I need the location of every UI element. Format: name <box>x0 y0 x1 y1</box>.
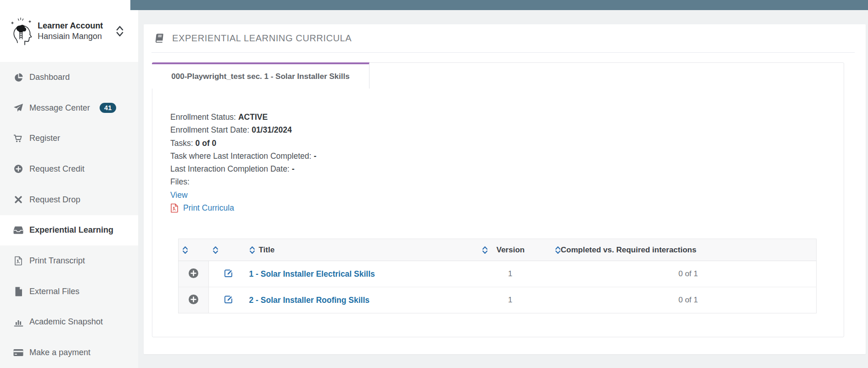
detail-value: - <box>292 164 295 173</box>
credit-card-icon <box>13 349 23 357</box>
version-cell: 1 <box>478 287 543 313</box>
bar-chart-icon <box>13 318 23 327</box>
title-cell: 1 - Solar Installer Electrical Skills <box>248 261 478 287</box>
sidebar-item-make-a-payment[interactable]: Make a payment <box>0 337 138 368</box>
detail-label: Tasks: <box>170 139 193 148</box>
expand-cell <box>179 287 209 313</box>
detail-line: Tasks:0 of 0 <box>170 137 844 150</box>
column-header-version[interactable]: Version <box>478 239 543 261</box>
curricula-table-wrap: Title Version <box>178 239 816 313</box>
sidebar-item-label: Make a payment <box>29 348 90 357</box>
detail-line: Enrollment Start Date:01/31/2024 <box>170 123 844 136</box>
sidebar-item-label: Dashboard <box>29 72 70 82</box>
sidebar-item-print-transcript[interactable]: Print Transcript <box>0 245 138 276</box>
plus-circle-icon <box>13 164 23 173</box>
curriculum-link[interactable]: 2 - Solar Installer Roofing Skills <box>249 296 370 305</box>
file-pdf-icon <box>13 256 23 266</box>
sidebar-item-message-center[interactable]: Message Center 41 <box>0 93 138 123</box>
x-mark-icon <box>13 195 23 204</box>
sidebar-item-external-files[interactable]: External Files <box>0 276 138 307</box>
table-header-row: Title Version <box>179 239 817 261</box>
version-cell: 1 <box>478 261 543 287</box>
sidebar-item-label: Request Credit <box>29 164 84 174</box>
sort-icon[interactable] <box>482 245 488 255</box>
learner-avatar-icon <box>8 17 33 45</box>
inbox-icon <box>13 226 23 234</box>
column-header-edit[interactable] <box>209 239 248 261</box>
print-curricula-link[interactable]: Print Curricula <box>183 201 234 214</box>
detail-label: Enrollment Start Date: <box>170 125 249 134</box>
column-header-completed-vs-required[interactable]: Completed vs. Required interactions <box>543 239 817 261</box>
sort-icon[interactable] <box>213 245 247 255</box>
edit-cell <box>209 261 248 287</box>
enrollment-details: Enrollment Status:ACTIVE Enrollment Star… <box>170 111 844 214</box>
sidebar-item-dashboard[interactable]: Dashboard <box>0 62 138 93</box>
detail-value: 01/31/2024 <box>252 125 292 134</box>
tab-section-solar-installer-skills[interactable]: 000-Playwright_test sec. 1 - Solar Insta… <box>152 62 370 89</box>
detail-line: Print Curricula <box>170 201 844 214</box>
sidebar-item-academic-snapshot[interactable]: Academic Snapshot <box>0 307 138 338</box>
book-icon <box>154 33 164 44</box>
sidebar-item-label: Message Center <box>29 103 90 113</box>
column-header-label: Completed vs. Required interactions <box>561 245 697 254</box>
file-icon <box>13 287 23 296</box>
pdf-file-icon <box>170 203 179 213</box>
sidebar-item-request-drop[interactable]: Request Drop <box>0 184 138 215</box>
column-header-expand[interactable] <box>179 239 209 261</box>
expand-cell <box>179 261 209 287</box>
detail-line: Task where Last Interaction Completed:- <box>170 150 844 162</box>
sidebar-item-label: Register <box>29 134 60 143</box>
message-count-badge: 41 <box>100 103 116 113</box>
account-user-name: Hansiain Mangon <box>38 31 103 42</box>
table-row: 2 - Solar Installer Roofing Skills 1 0 o… <box>179 287 817 313</box>
sidebar-account-header: Learner Account Hansiain Mangon <box>0 0 138 62</box>
account-info: Learner Account Hansiain Mangon <box>38 21 103 42</box>
sort-icon[interactable] <box>249 245 255 255</box>
detail-label: Enrollment Status: <box>170 112 236 122</box>
account-type-label: Learner Account <box>38 21 103 31</box>
detail-label: Files: <box>170 177 190 186</box>
column-header-label: Version <box>497 245 525 254</box>
detail-label: Last Interaction Completion Date: <box>170 164 290 173</box>
completed-cell: 0 of 1 <box>543 261 817 287</box>
curricula-table: Title Version <box>178 239 817 313</box>
expand-row-button[interactable] <box>188 294 199 305</box>
paper-plane-icon <box>13 103 23 112</box>
sidebar-item-register[interactable]: Register <box>0 123 138 154</box>
completed-cell: 0 of 1 <box>543 287 817 313</box>
pie-chart-icon <box>13 72 23 82</box>
edit-cell <box>209 287 248 313</box>
shopping-cart-icon <box>13 134 23 143</box>
view-files-link[interactable]: View <box>170 190 188 200</box>
app-root: Learner Account Hansiain Mangon Dashboar… <box>0 0 868 368</box>
sort-icon[interactable] <box>555 245 561 255</box>
sidebar-nav: Dashboard Message Center 41 Register <box>0 62 138 368</box>
expand-row-button[interactable] <box>188 268 199 279</box>
tab-panel: 000-Playwright_test sec. 1 - Solar Insta… <box>152 62 844 337</box>
sidebar-item-experiential-learning[interactable]: Experiential Learning <box>0 215 138 246</box>
sidebar-item-label: Academic Snapshot <box>29 317 103 327</box>
table-row: 1 - Solar Installer Electrical Skills 1 … <box>179 261 817 287</box>
detail-value: 0 of 0 <box>196 139 217 148</box>
detail-value: - <box>314 151 316 161</box>
title-cell: 2 - Solar Installer Roofing Skills <box>248 287 478 313</box>
top-bar <box>130 0 868 10</box>
sidebar-item-label: External Files <box>29 287 79 296</box>
edit-icon[interactable] <box>224 268 233 278</box>
tab-panel-content: Enrollment Status:ACTIVE Enrollment Star… <box>152 111 844 313</box>
content-card: EXPERIENTIAL LEARNING CURRICULA 000-Play… <box>144 24 866 354</box>
column-header-title[interactable]: Title <box>248 239 478 261</box>
account-switcher-chevrons-icon[interactable] <box>115 25 124 37</box>
column-header-label: Title <box>259 245 275 255</box>
detail-label: Task where Last Interaction Completed: <box>170 151 311 161</box>
curriculum-link[interactable]: 1 - Solar Installer Electrical Skills <box>249 269 375 279</box>
detail-value: ACTIVE <box>238 112 268 122</box>
sidebar-item-request-credit[interactable]: Request Credit <box>0 154 138 184</box>
edit-icon[interactable] <box>224 295 233 304</box>
detail-line: Enrollment Status:ACTIVE <box>170 111 844 123</box>
detail-line: Last Interaction Completion Date:- <box>170 162 844 175</box>
detail-line: View <box>170 189 844 201</box>
page-title: EXPERIENTIAL LEARNING CURRICULA <box>172 33 352 44</box>
sidebar-item-label: Experiential Learning <box>29 225 113 235</box>
sort-icon[interactable] <box>182 245 208 255</box>
